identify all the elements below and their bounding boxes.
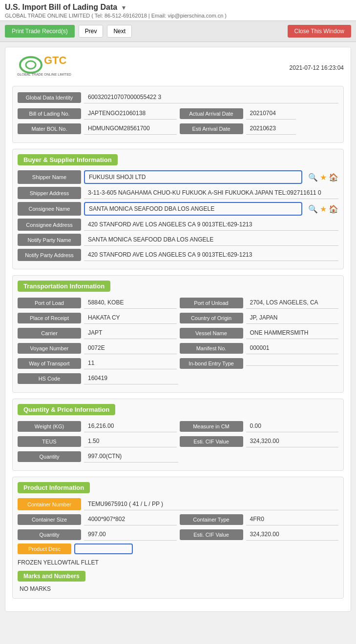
datetime: 2021-07-12 16:23:04: [290, 64, 344, 71]
shipper-name-row: Shipper Name FUKUSUI SHOJI LTD 🔍 ★ 🏠: [18, 170, 338, 184]
svg-point-0: [20, 57, 42, 73]
teus-value: 1.50: [84, 435, 177, 447]
page-title: U.S. Import Bill of Lading Data: [5, 3, 117, 11]
measure-value: 0.00: [246, 420, 339, 432]
transportation-block: Transportation Information Port of Load …: [12, 275, 344, 393]
toolbar: Print Trade Record(s) Prev Next Close Th…: [0, 21, 356, 42]
bol-label: Bill of Lading No.: [18, 108, 81, 119]
bol-pair: Bill of Lading No. JAPTENGO21060138: [18, 107, 177, 120]
esti-arrival-pair: Esti Arrival Date 20210623: [180, 122, 339, 135]
place-receipt-label: Place of Receipt: [18, 313, 81, 323]
actual-arrival-label: Actual Arrival Date: [180, 108, 243, 119]
carrier-label: Carrier: [18, 328, 81, 339]
prod-cif-pair: Esti. CIF Value 324,320.00: [180, 528, 339, 541]
marks-value: NO MARKS: [18, 584, 338, 593]
product-block: Product Information Container Number TEM…: [12, 477, 344, 599]
carrier-row: Carrier JAPT Vessel Name ONE HAMMERSMITH: [18, 327, 338, 339]
in-bond-label: In-bond Entry Type: [180, 358, 243, 369]
global-id-label: Global Data Identity: [18, 92, 81, 103]
place-receipt-row: Place of Receipt HAKATA CY Country of Or…: [18, 312, 338, 324]
port-unload-value: 2704, LOS ANGELES, CA: [246, 297, 339, 309]
consignee-home-icon[interactable]: 🏠: [329, 204, 338, 214]
port-load-value: 58840, KOBE: [84, 297, 177, 309]
notify-party-address-value: 420 STANFORD AVE LOS ANGELES CA 9 0013TE…: [84, 249, 338, 261]
measure-pair: Measure in CM 0.00: [180, 420, 339, 432]
logo-row: GTC GLOBAL TRADE ONLINE LIMITED 2021-07-…: [12, 54, 344, 81]
country-origin-label: Country of Origin: [180, 313, 243, 323]
quantity-price-block: Quantity & Price Information Weight (KG)…: [12, 399, 344, 471]
container-type-pair: Container Type 4FR0: [180, 513, 339, 525]
cif-label: Esti. CIF Value: [180, 436, 243, 447]
master-bol-value: HDMUNGOM28561700: [84, 122, 177, 135]
dropdown-icon[interactable]: ▼: [121, 4, 127, 11]
container-num-label: Container Number: [18, 498, 81, 510]
actual-arrival-pair: Actual Arrival Date 20210704: [180, 107, 339, 120]
global-id-value: 600320210707000055422 3: [84, 91, 338, 103]
manifest-pair: Manifest No. 000001: [180, 342, 339, 354]
weight-measure-row: Weight (KG) 16,216.00 Measure in CM 0.00: [18, 420, 338, 432]
notify-party-address-row: Notify Party Address 420 STANFORD AVE LO…: [18, 249, 338, 261]
product-desc-value: [74, 543, 133, 554]
qty-row: Quantity 997.00(CTN): [18, 450, 338, 463]
container-size-value: 4000*907*802: [84, 513, 177, 525]
shipper-name-value: FUKUSUI SHOJI LTD: [84, 170, 302, 184]
next-button[interactable]: Next: [107, 25, 132, 38]
hs-code-label: HS Code: [18, 373, 81, 384]
shipper-star-icon[interactable]: ★: [320, 173, 327, 182]
transportation-header: Transportation Information: [18, 281, 110, 292]
consignee-name-row: Consignee Name SANTA MONICA SEAFOOD DBA …: [18, 202, 338, 216]
logo-box: GTC GLOBAL TRADE ONLINE LIMITED: [12, 54, 76, 81]
way-transport-label: Way of Transport: [18, 358, 81, 369]
esti-arrival-value: 20210623: [246, 122, 296, 135]
consignee-star-icon[interactable]: ★: [320, 204, 327, 214]
product-desc-row: Product Desc: [18, 543, 338, 554]
measure-label: Measure in CM: [180, 421, 243, 432]
country-origin-pair: Country of Origin JP, JAPAN: [180, 312, 339, 324]
master-bol-row: Mater BOL No. HDMUNGOM28561700 Esti Arri…: [18, 122, 338, 135]
way-transport-row: Way of Transport 11 In-bond Entry Type: [18, 357, 338, 369]
notify-party-name-label: Notify Party Name: [18, 234, 81, 246]
quantity-price-header: Quantity & Price Information: [18, 404, 115, 415]
master-bol-label: Mater BOL No.: [18, 123, 81, 134]
consignee-search-icon[interactable]: 🔍: [308, 204, 318, 214]
port-unload-pair: Port of Unload 2704, LOS ANGELES, CA: [180, 297, 339, 309]
prev-button[interactable]: Prev: [79, 25, 104, 38]
prod-qty-label: Quantity: [18, 529, 81, 540]
product-header: Product Information: [18, 482, 90, 493]
hs-code-value: 160419: [84, 372, 178, 384]
consignee-address-value: 420 STANFORD AVE LOS ANGELES CA 9 0013TE…: [84, 219, 338, 231]
prod-cif-label: Esti. CIF Value: [180, 529, 243, 540]
port-load-label: Port of Load: [18, 298, 81, 308]
main-content: GTC GLOBAL TRADE ONLINE LIMITED 2021-07-…: [5, 47, 351, 612]
shipper-search-icon[interactable]: 🔍: [308, 173, 318, 182]
consignee-address-label: Consignee Address: [18, 219, 81, 231]
container-num-value: TEMU9675910 ( 41 / L / PP ): [84, 498, 338, 510]
place-receipt-value: HAKATA CY: [84, 312, 177, 324]
hs-code-row: HS Code 160419: [18, 372, 338, 384]
close-button[interactable]: Close This Window: [288, 25, 351, 38]
shipper-address-row: Shipper Address 3-11-3-605 NAGAHAMA CHUO…: [18, 187, 338, 199]
product-desc-text: FROZEN YELLOWTAIL FLLET: [18, 557, 338, 567]
shipper-name-label: Shipper Name: [18, 170, 81, 184]
vessel-name-pair: Vessel Name ONE HAMMERSMITH: [180, 327, 339, 339]
shipper-home-icon[interactable]: 🏠: [329, 173, 338, 182]
voyage-label: Voyage Number: [18, 343, 81, 354]
top-bar: U.S. Import Bill of Lading Data ▼ GLOBAL…: [0, 0, 356, 21]
company-logo: GTC GLOBAL TRADE ONLINE LIMITED: [12, 54, 76, 81]
weight-label: Weight (KG): [18, 421, 81, 432]
container-size-pair: Container Size 4000*907*802: [18, 513, 177, 525]
shipper-address-label: Shipper Address: [18, 187, 81, 199]
buyer-supplier-header: Buyer & Supplier Information: [18, 154, 118, 165]
svg-point-1: [26, 61, 36, 69]
teus-cif-row: TEUS 1.50 Esti. CIF Value 324,320.00: [18, 435, 338, 447]
consignee-icons: 🔍 ★ 🏠: [308, 202, 338, 216]
notify-party-name-value: SANTA MONICA SEAFOOD DBA LOS ANGELE: [84, 234, 338, 246]
container-type-label: Container Type: [180, 514, 243, 525]
cif-pair: Esti. CIF Value 324,320.00: [180, 435, 339, 447]
print-button[interactable]: Print Trade Record(s): [5, 25, 75, 38]
actual-arrival-value: 20210704: [246, 107, 296, 120]
record-info-block: Global Data Identity 6003202107070000554…: [12, 86, 344, 143]
prod-cif-value: 324,320.00: [246, 528, 339, 541]
teus-pair: TEUS 1.50: [18, 435, 177, 447]
bol-row: Bill of Lading No. JAPTENGO21060138 Actu…: [18, 107, 338, 120]
